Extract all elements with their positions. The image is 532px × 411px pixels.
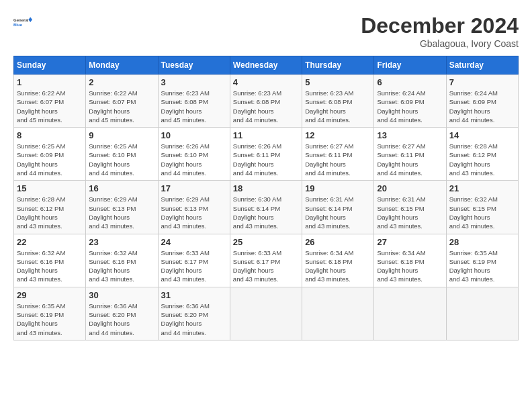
day-number: 23 [89,237,154,247]
calendar-day-cell: 16 Sunrise: 6:29 AM Sunset: 6:13 PM Dayl… [86,181,158,234]
title-block: December 2024 Gbalagoua, Ivory Coast [361,13,519,49]
calendar-header-row: Sunday Monday Tuesday Wednesday Thursday… [14,56,519,75]
day-info: Sunrise: 6:33 AM Sunset: 6:17 PM Dayligh… [233,248,299,284]
day-info: Sunrise: 6:31 AM Sunset: 6:15 PM Dayligh… [377,195,443,230]
day-info: Sunrise: 6:26 AM Sunset: 6:10 PM Dayligh… [161,142,227,177]
day-info: Sunrise: 6:32 AM Sunset: 6:15 PM Dayligh… [449,195,515,230]
calendar-day-cell: 24 Sunrise: 6:33 AM Sunset: 6:17 PM Dayl… [158,234,230,287]
calendar-day-cell: 26 Sunrise: 6:34 AM Sunset: 6:18 PM Dayl… [302,234,374,287]
day-info: Sunrise: 6:30 AM Sunset: 6:14 PM Dayligh… [233,195,299,230]
calendar-day-cell: 3 Sunrise: 6:23 AM Sunset: 6:08 PM Dayli… [158,75,230,128]
calendar-day-cell: 27 Sunrise: 6:34 AM Sunset: 6:18 PM Dayl… [374,234,446,287]
header-thursday: Thursday [302,56,374,75]
day-number: 7 [449,77,515,87]
calendar-day-cell: 22 Sunrise: 6:32 AM Sunset: 6:16 PM Dayl… [14,234,86,287]
header-friday: Friday [374,56,446,75]
calendar-day-cell [302,287,374,340]
svg-text:General: General [13,18,29,22]
day-number: 12 [305,130,371,140]
calendar-day-cell: 28 Sunrise: 6:35 AM Sunset: 6:19 PM Dayl… [446,234,518,287]
calendar-week-row: 29 Sunrise: 6:35 AM Sunset: 6:19 PM Dayl… [14,287,519,340]
day-number: 17 [161,183,227,193]
day-info: Sunrise: 6:34 AM Sunset: 6:18 PM Dayligh… [305,248,371,284]
header-saturday: Saturday [446,56,518,75]
day-info: Sunrise: 6:32 AM Sunset: 6:16 PM Dayligh… [17,248,83,284]
day-number: 21 [449,183,515,193]
day-info: Sunrise: 6:28 AM Sunset: 6:12 PM Dayligh… [17,195,83,230]
header-wednesday: Wednesday [230,56,302,75]
day-info: Sunrise: 6:23 AM Sunset: 6:08 PM Dayligh… [161,89,227,124]
day-info: Sunrise: 6:29 AM Sunset: 6:13 PM Dayligh… [161,195,227,230]
calendar-day-cell: 12 Sunrise: 6:27 AM Sunset: 6:11 PM Dayl… [302,128,374,181]
calendar-day-cell: 18 Sunrise: 6:30 AM Sunset: 6:14 PM Dayl… [230,181,302,234]
calendar-day-cell [230,287,302,340]
calendar-day-cell: 8 Sunrise: 6:25 AM Sunset: 6:09 PM Dayli… [14,128,86,181]
day-number: 15 [17,183,83,193]
day-info: Sunrise: 6:24 AM Sunset: 6:09 PM Dayligh… [377,89,443,124]
day-number: 20 [377,183,443,193]
day-number: 11 [233,130,299,140]
location-title: Gbalagoua, Ivory Coast [361,38,519,49]
calendar-day-cell: 30 Sunrise: 6:36 AM Sunset: 6:20 PM Dayl… [86,287,158,340]
day-info: Sunrise: 6:35 AM Sunset: 6:19 PM Dayligh… [449,248,515,284]
logo: General Blue [13,13,35,32]
header-monday: Monday [86,56,158,75]
calendar-day-cell: 4 Sunrise: 6:23 AM Sunset: 6:08 PM Dayli… [230,75,302,128]
day-number: 24 [161,237,227,247]
calendar-week-row: 22 Sunrise: 6:32 AM Sunset: 6:16 PM Dayl… [14,234,519,287]
calendar-day-cell: 13 Sunrise: 6:27 AM Sunset: 6:11 PM Dayl… [374,128,446,181]
calendar-day-cell: 20 Sunrise: 6:31 AM Sunset: 6:15 PM Dayl… [374,181,446,234]
calendar-day-cell: 23 Sunrise: 6:32 AM Sunset: 6:16 PM Dayl… [86,234,158,287]
day-number: 14 [449,130,515,140]
day-info: Sunrise: 6:26 AM Sunset: 6:11 PM Dayligh… [233,142,299,177]
calendar-day-cell: 17 Sunrise: 6:29 AM Sunset: 6:13 PM Dayl… [158,181,230,234]
day-info: Sunrise: 6:36 AM Sunset: 6:20 PM Dayligh… [161,302,227,337]
day-number: 4 [233,77,299,87]
day-info: Sunrise: 6:25 AM Sunset: 6:09 PM Dayligh… [17,142,83,177]
day-number: 22 [17,237,83,247]
day-info: Sunrise: 6:33 AM Sunset: 6:17 PM Dayligh… [161,248,227,284]
day-number: 8 [17,130,83,140]
month-title: December 2024 [361,13,519,38]
day-info: Sunrise: 6:27 AM Sunset: 6:11 PM Dayligh… [377,142,443,177]
day-info: Sunrise: 6:29 AM Sunset: 6:13 PM Dayligh… [89,195,154,230]
calendar-day-cell: 15 Sunrise: 6:28 AM Sunset: 6:12 PM Dayl… [14,181,86,234]
calendar-day-cell: 6 Sunrise: 6:24 AM Sunset: 6:09 PM Dayli… [374,75,446,128]
day-info: Sunrise: 6:28 AM Sunset: 6:12 PM Dayligh… [449,142,515,177]
calendar-day-cell: 21 Sunrise: 6:32 AM Sunset: 6:15 PM Dayl… [446,181,518,234]
calendar-day-cell: 5 Sunrise: 6:23 AM Sunset: 6:08 PM Dayli… [302,75,374,128]
day-info: Sunrise: 6:27 AM Sunset: 6:11 PM Dayligh… [305,142,371,177]
day-number: 1 [17,77,83,87]
day-number: 25 [233,237,299,247]
calendar-day-cell: 1 Sunrise: 6:22 AM Sunset: 6:07 PM Dayli… [14,75,86,128]
day-number: 5 [305,77,371,87]
day-info: Sunrise: 6:35 AM Sunset: 6:19 PM Dayligh… [17,302,83,337]
day-number: 30 [89,290,154,300]
day-info: Sunrise: 6:22 AM Sunset: 6:07 PM Dayligh… [89,89,154,124]
day-info: Sunrise: 6:31 AM Sunset: 6:14 PM Dayligh… [305,195,371,230]
day-number: 31 [161,290,227,300]
calendar-day-cell: 9 Sunrise: 6:25 AM Sunset: 6:10 PM Dayli… [86,128,158,181]
day-info: Sunrise: 6:25 AM Sunset: 6:10 PM Dayligh… [89,142,154,177]
day-number: 16 [89,183,154,193]
day-number: 13 [377,130,443,140]
calendar-table: Sunday Monday Tuesday Wednesday Thursday… [13,56,519,340]
calendar-day-cell: 11 Sunrise: 6:26 AM Sunset: 6:11 PM Dayl… [230,128,302,181]
page-header: General Blue December 2024 Gbalagoua, Iv… [13,13,519,49]
calendar-day-cell: 7 Sunrise: 6:24 AM Sunset: 6:09 PM Dayli… [446,75,518,128]
calendar-week-row: 1 Sunrise: 6:22 AM Sunset: 6:07 PM Dayli… [14,75,519,128]
day-number: 28 [449,237,515,247]
calendar-day-cell: 25 Sunrise: 6:33 AM Sunset: 6:17 PM Dayl… [230,234,302,287]
calendar-day-cell [446,287,518,340]
day-number: 18 [233,183,299,193]
calendar-day-cell: 10 Sunrise: 6:26 AM Sunset: 6:10 PM Dayl… [158,128,230,181]
day-number: 19 [305,183,371,193]
calendar-day-cell: 2 Sunrise: 6:22 AM Sunset: 6:07 PM Dayli… [86,75,158,128]
calendar-week-row: 15 Sunrise: 6:28 AM Sunset: 6:12 PM Dayl… [14,181,519,234]
calendar-week-row: 8 Sunrise: 6:25 AM Sunset: 6:09 PM Dayli… [14,128,519,181]
day-info: Sunrise: 6:34 AM Sunset: 6:18 PM Dayligh… [377,248,443,284]
day-info: Sunrise: 6:24 AM Sunset: 6:09 PM Dayligh… [449,89,515,124]
header-sunday: Sunday [14,56,86,75]
day-info: Sunrise: 6:23 AM Sunset: 6:08 PM Dayligh… [233,89,299,124]
day-number: 6 [377,77,443,87]
